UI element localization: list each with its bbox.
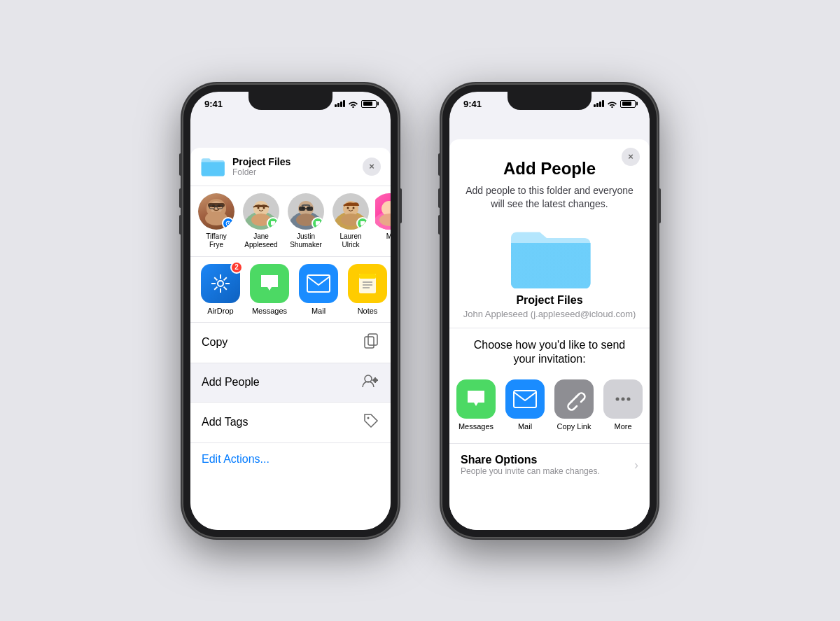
- share-close-button[interactable]: ×: [363, 158, 381, 176]
- add-tags-label: Add Tags: [202, 416, 248, 428]
- folder-large: Project Files John Appleseed (j.applesee…: [449, 220, 650, 328]
- add-tags-action[interactable]: Add Tags: [190, 403, 391, 443]
- share-subtitle: Folder: [232, 167, 356, 177]
- edit-actions[interactable]: Edit Actions...: [190, 443, 391, 475]
- add-people-icon: [361, 373, 379, 392]
- app-messages[interactable]: Messages: [245, 264, 294, 315]
- add-people-label: Add People: [202, 376, 260, 389]
- svg-point-32: [218, 281, 223, 286]
- power-button-2[interactable]: [658, 188, 661, 223]
- contact-name-lauren: LaurenUlrick: [340, 232, 361, 249]
- send-copy-link[interactable]: Copy Link: [554, 379, 594, 431]
- send-more[interactable]: More: [603, 379, 643, 431]
- apps-row: 2 AirDrop: [190, 257, 391, 323]
- wifi-icon: [348, 100, 358, 108]
- share-sheet: Project Files Folder ×: [190, 148, 391, 530]
- svg-point-46: [611, 106, 612, 107]
- send-messages-label: Messages: [458, 422, 493, 431]
- svg-point-0: [352, 106, 354, 107]
- avatar-justin: [288, 193, 324, 230]
- contact-name-jane: JaneAppleseed: [244, 232, 277, 249]
- status-icons-1: [335, 100, 377, 108]
- contact-tiffany[interactable]: TiffanyFrye: [196, 193, 237, 249]
- battery-icon-1: [361, 100, 377, 108]
- app-mail[interactable]: Mail: [294, 264, 343, 315]
- share-options-subtitle: People you invite can make changes.: [461, 466, 600, 476]
- send-messages-icon: [456, 379, 496, 419]
- send-mail-icon: [505, 379, 545, 419]
- send-mail[interactable]: Mail: [505, 379, 545, 431]
- contact-justin[interactable]: JustinShumaker: [286, 193, 326, 249]
- contact-name-m: M: [386, 232, 391, 241]
- vol-down-button-2[interactable]: [438, 215, 441, 235]
- vol-up-button-2[interactable]: [438, 188, 441, 208]
- airdrop-icon: 2: [201, 264, 240, 303]
- badge-tiffany: [222, 217, 234, 230]
- contact-lauren[interactable]: LaurenUlrick: [330, 193, 371, 249]
- more-label: More: [614, 422, 631, 431]
- svg-rect-39: [368, 334, 377, 345]
- iphone-1: 9:41: [182, 83, 399, 538]
- messages-icon: [250, 264, 289, 303]
- add-people-title: Add People: [449, 139, 650, 184]
- avatar-tiffany: [198, 193, 234, 230]
- folder-owner: John Appleseed (j.appleseed@icloud.com): [463, 309, 636, 319]
- add-people-action[interactable]: Add People: [190, 363, 391, 403]
- svg-point-45: [368, 417, 370, 419]
- chevron-right-icon: ›: [634, 458, 638, 473]
- contacts-row: TiffanyFrye: [190, 186, 391, 257]
- avatar-jane: [243, 193, 279, 230]
- badge-jane: [267, 217, 279, 230]
- vol-down-button[interactable]: [179, 215, 182, 235]
- time-1: 9:41: [204, 99, 223, 109]
- power-button[interactable]: [399, 188, 402, 223]
- svg-rect-21: [299, 207, 305, 211]
- send-messages[interactable]: Messages: [456, 379, 496, 431]
- contact-m[interactable]: M: [375, 193, 391, 249]
- share-title: Project Files: [232, 156, 356, 167]
- share-header: Project Files Folder ×: [190, 148, 391, 186]
- mail-icon: [299, 264, 338, 303]
- signal-icon-2: [594, 100, 604, 107]
- svg-point-27: [347, 207, 349, 209]
- share-options-row[interactable]: Share Options People you invite can make…: [449, 443, 650, 486]
- time-2: 9:41: [463, 99, 482, 109]
- iphone-2: 9:41 × Add People: [441, 83, 658, 538]
- avatar-lauren: [332, 193, 369, 230]
- avatar-m: [375, 193, 391, 230]
- edit-actions-link: Edit Actions...: [202, 453, 270, 465]
- svg-rect-22: [307, 207, 313, 211]
- svg-rect-33: [307, 275, 330, 292]
- notch: [248, 92, 332, 110]
- app-airdrop[interactable]: 2 AirDrop: [196, 264, 245, 315]
- app-label-notes: Notes: [358, 307, 378, 315]
- send-apps-row: Messages Mail: [449, 374, 650, 440]
- send-label: Choose how you'd like to send your invit…: [449, 328, 650, 375]
- share-options-title: Share Options: [461, 454, 600, 466]
- svg-point-51: [627, 398, 631, 401]
- contact-jane[interactable]: JaneAppleseed: [241, 193, 281, 249]
- folder-icon-small: [200, 157, 225, 176]
- tag-icon: [363, 412, 379, 433]
- status-icons-2: [594, 100, 636, 108]
- badge-justin: [312, 217, 324, 230]
- app-label-messages: Messages: [252, 307, 287, 315]
- vol-up-button[interactable]: [179, 188, 182, 208]
- copy-label: Copy: [202, 336, 227, 349]
- battery-icon-2: [620, 100, 636, 108]
- send-mail-label: Mail: [518, 422, 532, 431]
- add-people-screen: × Add People Add people to this folder a…: [449, 118, 650, 530]
- svg-point-28: [353, 207, 355, 209]
- svg-point-50: [622, 398, 625, 401]
- svg-rect-40: [365, 337, 374, 348]
- copy-link-label: Copy Link: [557, 422, 592, 431]
- wifi-icon-2: [607, 100, 617, 108]
- add-people-close-button[interactable]: ×: [622, 148, 640, 166]
- add-people-subtitle: Add people to this folder and everyone w…: [449, 184, 650, 220]
- copy-link-icon: [554, 379, 594, 419]
- svg-rect-35: [359, 274, 376, 279]
- more-icon: [603, 379, 643, 419]
- app-label-mail: Mail: [312, 307, 326, 315]
- copy-action[interactable]: Copy: [190, 323, 391, 363]
- app-notes[interactable]: Notes: [343, 264, 391, 315]
